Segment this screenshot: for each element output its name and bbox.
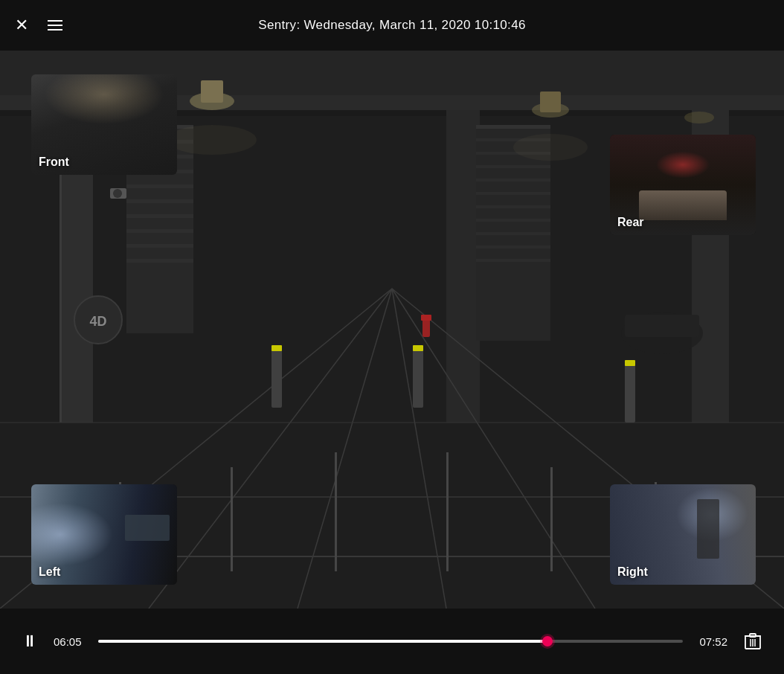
progress-fill (98, 640, 548, 643)
progress-thumb (542, 636, 553, 646)
svg-rect-63 (625, 363, 635, 423)
progress-bar[interactable] (98, 640, 683, 643)
left-camera-label: Left (39, 565, 60, 579)
svg-rect-43 (476, 165, 550, 168)
svg-rect-54 (421, 315, 431, 321)
svg-rect-24 (335, 452, 337, 571)
svg-rect-40 (476, 125, 550, 129)
svg-rect-11 (540, 92, 561, 112)
svg-rect-60 (271, 345, 282, 351)
rear-camera-thumbnail[interactable]: Rear (610, 135, 756, 235)
svg-rect-56 (625, 315, 699, 337)
svg-point-58 (113, 189, 122, 198)
svg-rect-46 (476, 205, 550, 208)
main-video-area: 4D Front Rear Left (0, 51, 784, 609)
trash-icon (745, 632, 761, 650)
svg-rect-26 (550, 467, 553, 571)
svg-rect-23 (231, 467, 233, 571)
play-pause-button[interactable] (18, 629, 42, 653)
close-button[interactable]: ✕ (15, 17, 28, 33)
current-time: 06:05 (54, 635, 86, 648)
svg-point-65 (167, 125, 257, 155)
delete-button[interactable] (739, 628, 766, 655)
svg-rect-36 (126, 229, 193, 233)
svg-point-66 (513, 134, 588, 161)
svg-rect-53 (422, 318, 430, 337)
svg-rect-45 (476, 192, 550, 195)
svg-rect-50 (476, 259, 550, 262)
svg-rect-34 (126, 199, 193, 203)
topbar: ✕ Sentry: Wednesday, March 11, 2020 10:1… (0, 0, 784, 51)
svg-rect-33 (126, 184, 193, 188)
svg-rect-49 (476, 245, 550, 248)
svg-rect-35 (126, 214, 193, 218)
svg-rect-47 (476, 219, 550, 222)
svg-text:4D: 4D (89, 314, 106, 329)
svg-rect-25 (446, 452, 449, 571)
svg-rect-9 (201, 80, 223, 103)
rear-camera-label: Rear (617, 216, 644, 229)
svg-rect-38 (126, 259, 193, 263)
total-time: 07:52 (695, 635, 727, 648)
left-camera-thumbnail[interactable]: Left (31, 484, 177, 585)
svg-rect-37 (126, 244, 193, 248)
svg-rect-59 (271, 348, 282, 408)
svg-rect-61 (413, 348, 423, 408)
right-camera-thumbnail[interactable]: Right (610, 484, 756, 585)
video-title: Sentry: Wednesday, March 11, 2020 10:10:… (258, 18, 526, 33)
front-camera-thumbnail[interactable]: Front (31, 74, 177, 175)
svg-rect-6 (446, 110, 480, 423)
svg-point-12 (684, 112, 714, 123)
svg-rect-48 (476, 232, 550, 235)
menu-button[interactable] (48, 20, 62, 31)
right-camera-label: Right (617, 565, 648, 579)
playback-controls: 06:05 07:52 (0, 609, 784, 674)
svg-rect-62 (413, 345, 423, 351)
svg-rect-64 (625, 360, 635, 366)
front-camera-label: Front (39, 155, 69, 169)
svg-rect-44 (476, 179, 550, 182)
